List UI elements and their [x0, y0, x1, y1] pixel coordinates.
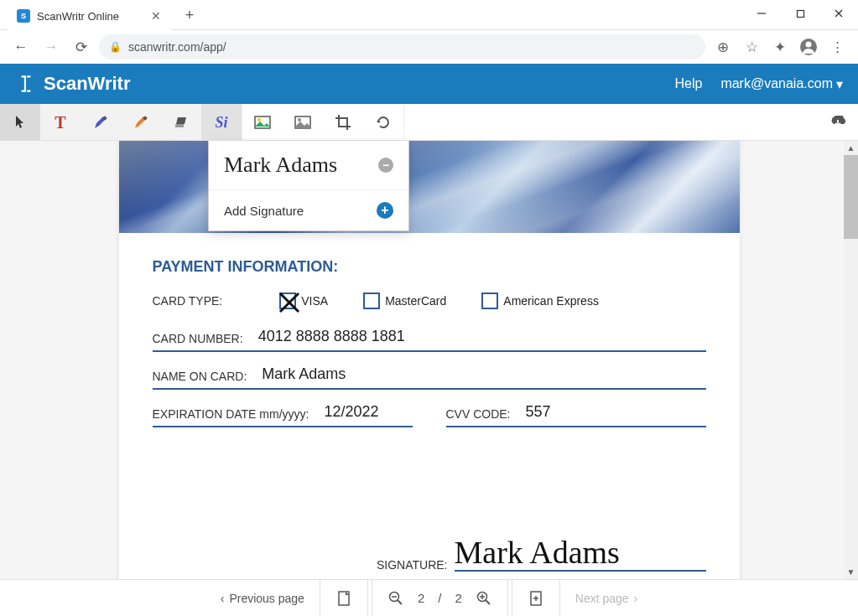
card-number-value[interactable]: 4012 8888 8888 1881 [258, 328, 405, 345]
signature-value: Mark Adams [455, 535, 620, 570]
svg-line-20 [486, 600, 490, 604]
scroll-down-arrow-icon[interactable]: ▼ [844, 565, 858, 579]
page-separator: / [431, 591, 448, 605]
editor-toolbar: T Si Mark Adams − Add Signature + [0, 104, 858, 141]
checkbox-icon [363, 292, 380, 309]
name-label: NAME ON CARD: [153, 370, 247, 383]
user-email: mark@vanaia.com [720, 76, 833, 91]
browser-urlbar-row: ← → ⟳ 🔒 scanwritr.com/app/ ⊕ ☆ ✦ ⋮ [0, 30, 858, 64]
signature-tool[interactable]: Si [201, 104, 242, 141]
option-amex[interactable]: American Express [481, 292, 599, 309]
svg-point-12 [298, 118, 301, 122]
zoom-indicator-icon[interactable]: ⊕ [710, 34, 736, 60]
signature-dropdown: Mark Adams − Add Signature + [208, 141, 409, 231]
insert-image-tool[interactable] [242, 104, 283, 141]
svg-line-17 [398, 600, 402, 604]
crop-tool[interactable] [323, 104, 363, 141]
chevron-right-icon: › [634, 592, 638, 605]
next-page-button: Next page › [564, 580, 650, 616]
signature-item[interactable]: Mark Adams − [209, 141, 408, 190]
nav-reload-button[interactable]: ⟳ [69, 34, 94, 60]
lock-icon: 🔒 [109, 41, 122, 53]
exp-cvv-row: EXPIRATION DATE mm/yyyy: 12/2022 CVV COD… [153, 398, 706, 427]
remove-signature-button[interactable]: − [378, 158, 393, 173]
pager-footer: ‹ Previous page 2 / 2 Next page › [0, 579, 858, 616]
checkbox-checked-icon [279, 292, 296, 309]
option-mastercard[interactable]: MasterCard [363, 292, 446, 309]
zoom-in-button[interactable] [469, 591, 499, 606]
svg-rect-8 [175, 124, 184, 127]
help-link[interactable]: Help [674, 76, 702, 91]
checkbox-icon [481, 292, 498, 309]
option-visa[interactable]: VISA [279, 292, 328, 309]
pointer-tool[interactable] [0, 104, 40, 141]
nav-back-button[interactable]: ← [8, 34, 34, 60]
window-controls [742, 0, 858, 27]
signature-preview: Mark Adams [224, 153, 337, 178]
image-filter-tool[interactable] [283, 104, 323, 141]
chrome-menu-icon[interactable]: ⋮ [824, 34, 850, 60]
cvv-value[interactable]: 557 [526, 403, 551, 421]
text-tool[interactable]: T [40, 104, 81, 141]
pen-tool[interactable] [81, 104, 121, 141]
vertical-scrollbar[interactable]: ▲ ▼ [844, 141, 858, 579]
browser-tab[interactable]: S ScanWritr Online ✕ [7, 2, 171, 30]
scrollbar-thumb[interactable] [844, 155, 858, 239]
url-input[interactable]: 🔒 scanwritr.com/app/ [99, 34, 705, 60]
app-logo[interactable]: ScanWritr [15, 73, 131, 95]
add-signature-button[interactable]: + [377, 202, 393, 219]
window-titlebar: S ScanWritr Online ✕ + [0, 0, 858, 30]
card-number-label: CARD NUMBER: [153, 332, 243, 345]
favicon-icon: S [17, 9, 30, 23]
app-header: ScanWritr Help mark@vanaia.com ▾ [0, 64, 858, 104]
extensions-icon[interactable]: ✦ [767, 34, 793, 60]
rotate-tool[interactable] [363, 104, 403, 141]
add-signature-label: Add Signature [224, 204, 304, 218]
name-row: NAME ON CARD: Mark Adams [153, 360, 706, 390]
tab-close-icon[interactable]: ✕ [151, 9, 161, 23]
export-button[interactable] [818, 104, 858, 140]
add-signature-row[interactable]: Add Signature + [209, 190, 408, 230]
card-type-row: CARD TYPE: VISA MasterCard American Expr… [153, 292, 706, 309]
page-current: 2 [411, 591, 431, 605]
new-tab-button[interactable]: + [178, 3, 201, 27]
previous-page-button[interactable]: ‹ Previous page [209, 580, 316, 616]
exp-label: EXPIRATION DATE mm/yyyy: [153, 407, 309, 421]
canvas-area: PAYMENT INFORMATION: CARD TYPE: VISA Mas… [0, 141, 858, 579]
eraser-tool[interactable] [161, 104, 201, 141]
cvv-label: CVV CODE: [446, 407, 511, 421]
url-text: scanwritr.com/app/ [128, 40, 226, 54]
signature-area: SIGNATURE: Mark Adams [153, 536, 706, 572]
card-type-label: CARD TYPE: [153, 294, 223, 308]
chevron-down-icon: ▾ [836, 76, 843, 92]
zoom-out-button[interactable] [381, 591, 411, 606]
tab-title: ScanWritr Online [37, 10, 119, 23]
marker-tool[interactable] [121, 104, 161, 141]
user-menu[interactable]: mark@vanaia.com ▾ [720, 76, 843, 92]
signature-field[interactable]: Mark Adams [455, 536, 706, 572]
name-value[interactable]: Mark Adams [262, 365, 346, 383]
section-title: PAYMENT INFORMATION: [153, 258, 706, 276]
exp-value[interactable]: 12/2022 [324, 403, 378, 421]
svg-point-10 [257, 118, 261, 122]
close-window-button[interactable] [819, 0, 858, 27]
profile-avatar-icon[interactable] [796, 34, 821, 60]
chevron-left-icon: ‹ [221, 592, 225, 605]
card-number-row: CARD NUMBER: 4012 8888 8888 1881 [153, 323, 706, 352]
page-total: 2 [448, 591, 468, 605]
minimize-button[interactable] [742, 0, 781, 27]
fit-page-button[interactable] [329, 590, 359, 607]
scroll-up-arrow-icon[interactable]: ▲ [844, 141, 858, 155]
signature-label: SIGNATURE: [377, 558, 448, 572]
maximize-button[interactable] [781, 0, 819, 27]
bookmark-star-icon[interactable]: ☆ [739, 34, 764, 60]
text-cursor-icon [15, 73, 37, 95]
nav-forward-button[interactable]: → [39, 34, 64, 60]
app-name: ScanWritr [44, 73, 131, 95]
add-page-button[interactable] [521, 590, 551, 607]
svg-point-5 [806, 42, 812, 48]
svg-rect-1 [797, 10, 803, 17]
